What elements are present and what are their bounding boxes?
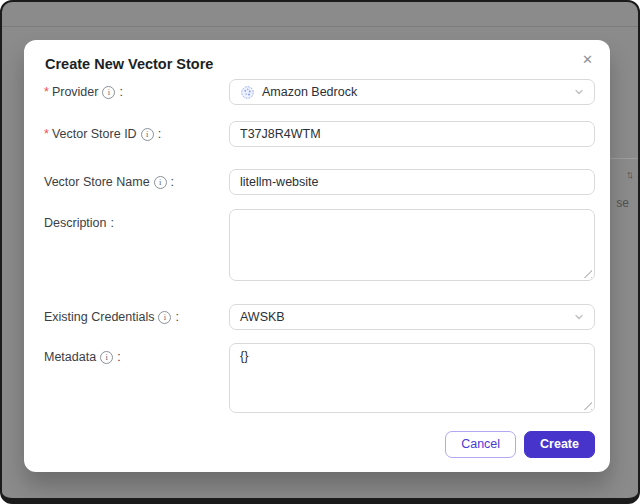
info-glyph: i <box>146 130 148 139</box>
background-partial-text: se <box>616 196 629 210</box>
required-mark: * <box>44 127 49 142</box>
existing-credentials-label-text: Existing Credentials <box>44 310 154 325</box>
info-icon[interactable]: i <box>158 311 171 324</box>
form-row-existing-credentials: Existing Credentials i : AWSKB <box>44 304 595 330</box>
existing-credentials-select[interactable]: AWSKB <box>229 304 595 330</box>
vector-store-id-label-text: Vector Store ID <box>52 127 137 142</box>
existing-credentials-select-value: AWSKB <box>240 310 567 324</box>
close-icon[interactable]: ✕ <box>582 53 593 67</box>
provider-select[interactable]: Amazon Bedrock <box>229 79 595 105</box>
vector-store-name-input[interactable] <box>229 169 595 195</box>
info-glyph: i <box>105 353 107 362</box>
create-button[interactable]: Create <box>524 431 595 458</box>
info-glyph: i <box>108 88 110 97</box>
background-table-divider <box>608 158 638 159</box>
description-label: Description : <box>44 209 229 231</box>
form-row-provider: * Provider i : <box>44 79 595 105</box>
chevron-down-icon <box>574 312 584 322</box>
cancel-button[interactable]: Cancel <box>445 431 516 458</box>
vector-store-name-label: Vector Store Name i : <box>44 175 229 190</box>
label-colon: : <box>175 310 178 325</box>
description-label-text: Description <box>44 216 107 231</box>
info-icon[interactable]: i <box>102 86 115 99</box>
info-glyph: i <box>159 178 161 187</box>
label-colon: : <box>117 350 120 365</box>
info-icon[interactable]: i <box>100 351 113 364</box>
vector-store-name-label-text: Vector Store Name <box>44 175 150 190</box>
chevron-down-icon <box>574 87 584 97</box>
form-row-vector-store-id: * Vector Store ID i : <box>44 121 595 147</box>
vector-store-id-input[interactable] <box>229 121 595 147</box>
info-glyph: i <box>164 313 166 322</box>
existing-credentials-label: Existing Credentials i : <box>44 310 229 325</box>
form-row-description: Description : <box>44 209 595 281</box>
info-icon[interactable]: i <box>141 128 154 141</box>
amazon-bedrock-icon <box>240 85 255 100</box>
modal-title: Create New Vector Store <box>45 56 595 72</box>
form-row-vector-store-name: Vector Store Name i : <box>44 169 595 195</box>
create-vector-store-modal: Create New Vector Store ✕ * Provider i : <box>24 40 610 472</box>
background-sort-icon: ↑↓ <box>626 168 631 180</box>
form-row-metadata: Metadata i : {} <box>44 343 595 413</box>
provider-label: * Provider i : <box>44 85 229 100</box>
vector-store-id-label: * Vector Store ID i : <box>44 127 229 142</box>
metadata-label-text: Metadata <box>44 350 96 365</box>
label-colon: : <box>171 175 174 190</box>
required-mark: * <box>44 85 49 100</box>
modal-footer: Cancel Create <box>44 431 595 458</box>
provider-label-text: Provider <box>52 85 99 100</box>
description-textarea[interactable] <box>229 209 595 281</box>
label-colon: : <box>119 85 122 100</box>
provider-select-value: Amazon Bedrock <box>262 85 567 99</box>
app-window: ↑↓ se Create New Vector Store ✕ * Provid… <box>0 0 640 504</box>
metadata-textarea[interactable]: {} <box>229 343 595 413</box>
label-colon: : <box>158 127 161 142</box>
label-colon: : <box>111 216 114 231</box>
metadata-label: Metadata i : <box>44 343 229 365</box>
info-icon[interactable]: i <box>154 176 167 189</box>
background-header-divider <box>2 26 638 27</box>
